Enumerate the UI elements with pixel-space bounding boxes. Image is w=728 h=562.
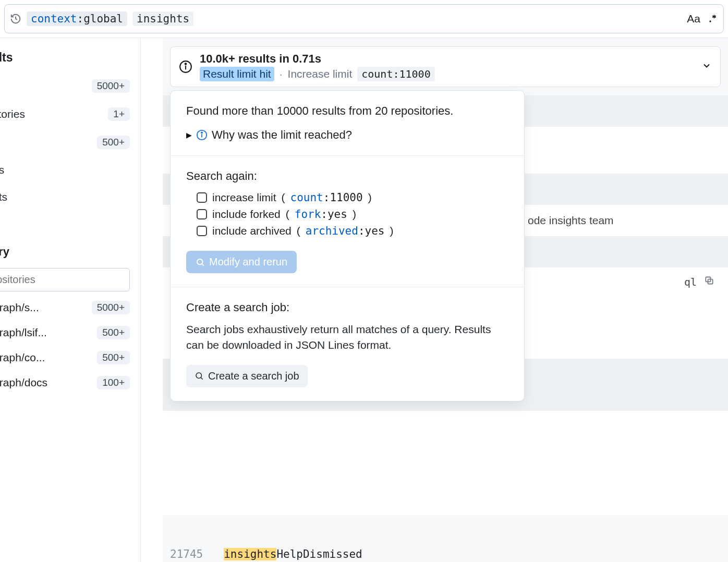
result-count-headline: 10.0k+ results in 0.71s [200,52,694,66]
option-include-forked[interactable]: include forked ( fork:yes ) [197,208,508,221]
search-again-label: Search again: [186,169,508,183]
found-summary-text: Found more than 10000 results from 20 re… [186,104,508,118]
svg-point-9 [197,259,203,265]
facet-symbols[interactable]: nbols [0,164,130,176]
regex-toggle[interactable] [708,14,718,24]
count-code: count:11000 [357,67,434,81]
svg-point-8 [201,132,202,133]
checkbox[interactable] [197,226,207,236]
search-token-context[interactable]: context:global [27,11,127,26]
repo-item[interactable]: rcegraph/lsif... 500+ [0,326,130,339]
option-increase-limit[interactable]: increase limit ( count:11000 ) [197,191,508,204]
facet-paths[interactable]: hs 500+ [0,136,130,149]
svg-line-10 [202,264,204,266]
repo-filter-input[interactable] [0,268,130,291]
search-input-area[interactable]: context:global insights [27,11,682,26]
limit-hit-pill: Result limit hit [200,67,274,81]
search-token-query[interactable]: insights [132,11,193,26]
facet-code[interactable]: de 5000+ [0,79,130,93]
facet-repositories[interactable]: positories 1+ [0,107,130,121]
svg-line-12 [201,377,203,380]
info-icon [196,129,208,141]
line-number: 21745 [170,548,203,560]
sidebar-header: esults [0,51,130,65]
code-result-line[interactable]: 21745 insightsHelpDismissed [170,548,362,560]
search-bar: context:global insights Aa [4,4,724,33]
facet-commits[interactable]: mmits [0,191,130,203]
limit-popover: Found more than 10000 results from 20 re… [170,90,525,401]
why-limit-toggle[interactable]: ▶ Why was the limit reached? [186,128,508,142]
copy-icon[interactable] [704,275,714,288]
create-search-job-button[interactable]: Create a search job [186,365,308,387]
facet-diffs[interactable]: s [0,218,130,230]
case-sensitive-toggle[interactable]: Aa [687,13,700,25]
svg-point-3 [185,63,187,65]
result-summary-bar[interactable]: 10.0k+ results in 0.71s Result limit hit… [170,46,721,87]
history-icon[interactable] [10,13,21,25]
repo-item[interactable]: rcegraph/s... 5000+ [0,301,130,314]
sidebar-repo-header: sitory [0,245,130,259]
increase-limit-link[interactable]: Increase limit [288,68,353,80]
info-icon [179,60,192,74]
results-sidebar: esults de 5000+ positories 1+ hs 500+ nb… [0,38,141,562]
repo-item[interactable]: rcegraph/co... 500+ [0,351,130,364]
checkbox[interactable] [197,209,207,219]
disclosure-triangle-icon: ▶ [186,131,192,139]
chevron-down-icon[interactable] [701,60,712,73]
svg-point-0 [709,20,711,22]
results-content: 10.0k+ results in 0.71s Result limit hit… [163,38,728,562]
svg-point-11 [196,373,202,378]
option-include-archived[interactable]: include archived ( archived:yes ) [197,225,508,237]
repo-item[interactable]: rcegraph/docs 100+ [0,376,130,389]
create-job-description: Search jobs exhaustively return all matc… [186,322,508,353]
create-job-title: Create a search job: [186,301,508,314]
checkbox[interactable] [197,192,207,203]
modify-rerun-button[interactable]: Modify and rerun [186,251,297,273]
result-row [163,411,728,515]
